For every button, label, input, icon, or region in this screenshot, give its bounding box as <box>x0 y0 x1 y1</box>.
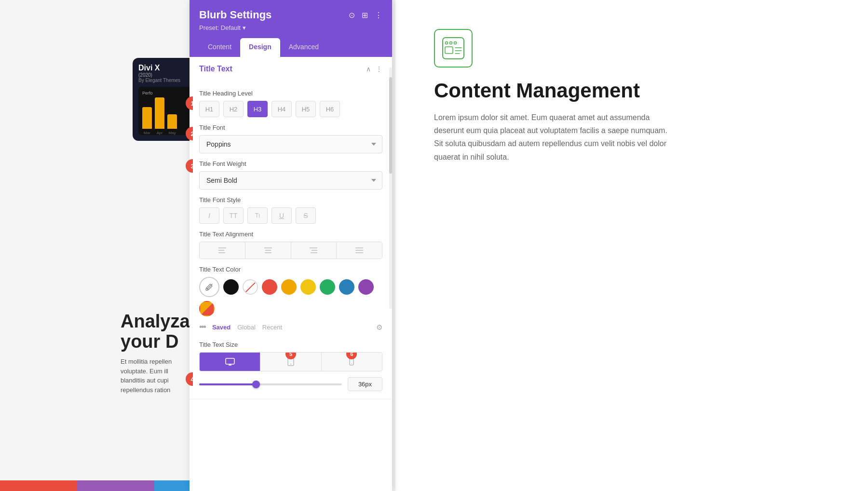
panel-header-top: Blurb Settings ⊙ ⊞ ⋮ <box>199 9 382 21</box>
mobile-button[interactable]: 6 <box>322 353 382 371</box>
divi-card-title: Divi X <box>138 64 193 72</box>
bar-label-2: Apr <box>155 131 164 135</box>
font-weight-select[interactable]: Semi Bold Normal Bold Light <box>199 171 382 190</box>
title-text-section: Title Text ∧ ⋮ Title Heading Level H1 H2… <box>190 57 392 399</box>
preset-label[interactable]: Preset: Default ▾ <box>199 24 382 31</box>
h1-button[interactable]: H1 <box>199 101 219 117</box>
analyze-section: Analyza your D Et mollitia repellen volu… <box>121 312 193 395</box>
slider-fill <box>199 383 256 385</box>
h2-button[interactable]: H2 <box>223 101 244 117</box>
align-justify-button[interactable] <box>337 242 382 259</box>
strikethrough-button[interactable]: S <box>296 207 316 224</box>
color-green[interactable] <box>320 279 335 295</box>
slider-thumb[interactable] <box>252 381 260 388</box>
cm-icon <box>434 29 473 68</box>
h5-button[interactable]: H5 <box>296 101 316 117</box>
h3-button[interactable]: H3 <box>247 101 268 117</box>
tab-advanced[interactable]: Advanced <box>280 38 327 57</box>
color-gradient[interactable] <box>199 301 215 316</box>
slider-track[interactable] <box>199 383 342 385</box>
analyze-body: Et mollitia repellen voluptate. Eum ill … <box>121 357 193 395</box>
text-size-label: Title Text Size <box>199 341 382 348</box>
divi-card: Divi X (2020) By Elegant Themes Perfo Ma… <box>133 58 193 141</box>
svg-rect-7 <box>312 250 317 251</box>
color-bar-purple2 <box>116 480 154 491</box>
panel-header: Blurb Settings ⊙ ⊞ ⋮ Preset: Default ▾ <box>190 0 392 38</box>
tablet-button[interactable]: 5 <box>260 353 321 371</box>
svg-rect-22 <box>445 47 453 54</box>
settings-panel: Blurb Settings ⊙ ⊞ ⋮ Preset: Default ▾ C… <box>190 0 392 491</box>
underline-button[interactable]: U <box>271 207 292 224</box>
desktop-button[interactable] <box>200 353 260 371</box>
capitalize-button[interactable]: Tt <box>247 207 268 224</box>
svg-point-15 <box>290 364 291 365</box>
scroll-thumb[interactable] <box>389 77 392 174</box>
color-red[interactable] <box>262 279 277 295</box>
bar-2 <box>155 97 164 129</box>
svg-rect-8 <box>311 252 317 253</box>
bar-3 <box>167 114 177 129</box>
eyedropper-button[interactable] <box>199 277 219 297</box>
layout-icon[interactable]: ⊞ <box>362 11 368 20</box>
badge-3: 3 <box>186 159 193 173</box>
divi-card-year: (2020) <box>138 72 193 78</box>
text-alignment-buttons <box>199 242 382 259</box>
color-settings-gear[interactable]: ⚙ <box>376 323 382 332</box>
svg-point-20 <box>450 42 452 44</box>
color-orange[interactable] <box>281 279 297 295</box>
color-tab-global[interactable]: Global <box>235 323 258 332</box>
panel-title: Blurb Settings <box>199 9 271 21</box>
color-tabs: ••• Saved Global Recent ⚙ <box>199 320 382 334</box>
cm-title: Content Management <box>434 79 829 102</box>
svg-rect-2 <box>218 252 225 253</box>
bar-1 <box>142 107 152 129</box>
align-left-button[interactable] <box>200 242 245 259</box>
section-body: Title Heading Level H1 H2 H3 H4 H5 H6 Ti… <box>190 81 392 399</box>
color-blue[interactable] <box>339 279 354 295</box>
heading-level-label: Title Heading Level <box>199 90 382 97</box>
color-black[interactable] <box>223 279 239 295</box>
svg-rect-3 <box>264 247 272 248</box>
slider-value[interactable]: 36px <box>348 377 382 391</box>
chart-label: Perfo <box>142 91 193 95</box>
panel-header-icons: ⊙ ⊞ ⋮ <box>349 11 382 20</box>
h6-button[interactable]: H6 <box>320 101 340 117</box>
svg-point-12 <box>206 288 208 290</box>
align-right-button[interactable] <box>291 242 337 259</box>
tab-design[interactable]: Design <box>240 38 280 57</box>
left-background: Divi X (2020) By Elegant Themes Perfo Ma… <box>0 0 193 491</box>
font-weight-label: Title Font Weight <box>199 160 382 167</box>
collapse-icon[interactable]: ∧ <box>366 65 371 73</box>
color-bar-purple <box>77 480 116 491</box>
font-select[interactable]: Poppins Roboto Open Sans <box>199 135 382 153</box>
font-label: Title Font <box>199 124 382 131</box>
dots-button[interactable]: ••• <box>199 322 205 332</box>
svg-rect-6 <box>310 247 317 248</box>
text-color-label: Title Text Color <box>199 266 382 273</box>
tab-content[interactable]: Content <box>199 38 240 57</box>
section-more-icon[interactable]: ⋮ <box>376 65 382 73</box>
svg-rect-4 <box>265 250 271 251</box>
uppercase-button[interactable]: TT <box>223 207 244 224</box>
svg-rect-10 <box>355 250 363 251</box>
section-header[interactable]: Title Text ∧ ⋮ <box>190 57 392 81</box>
color-white[interactable] <box>243 279 258 295</box>
color-tab-saved[interactable]: Saved <box>210 323 232 332</box>
device-buttons: 5 6 <box>199 352 382 371</box>
bottom-color-bar <box>0 480 193 491</box>
h4-button[interactable]: H4 <box>271 101 292 117</box>
color-bar-red2 <box>39 480 77 491</box>
color-yellow[interactable] <box>300 279 316 295</box>
svg-rect-18 <box>443 38 464 59</box>
more-icon[interactable]: ⋮ <box>375 11 382 20</box>
align-center-button[interactable] <box>245 242 291 259</box>
bar-label-3: May <box>167 131 177 135</box>
color-tab-recent[interactable]: Recent <box>260 323 284 332</box>
svg-rect-13 <box>226 358 234 364</box>
scroll-indicator <box>389 68 392 309</box>
italic-button[interactable]: I <box>199 207 219 224</box>
panel-content: Title Text ∧ ⋮ Title Heading Level H1 H2… <box>190 57 392 491</box>
target-icon[interactable]: ⊙ <box>349 11 355 20</box>
color-picker-row <box>199 277 382 316</box>
color-purple[interactable] <box>358 279 374 295</box>
